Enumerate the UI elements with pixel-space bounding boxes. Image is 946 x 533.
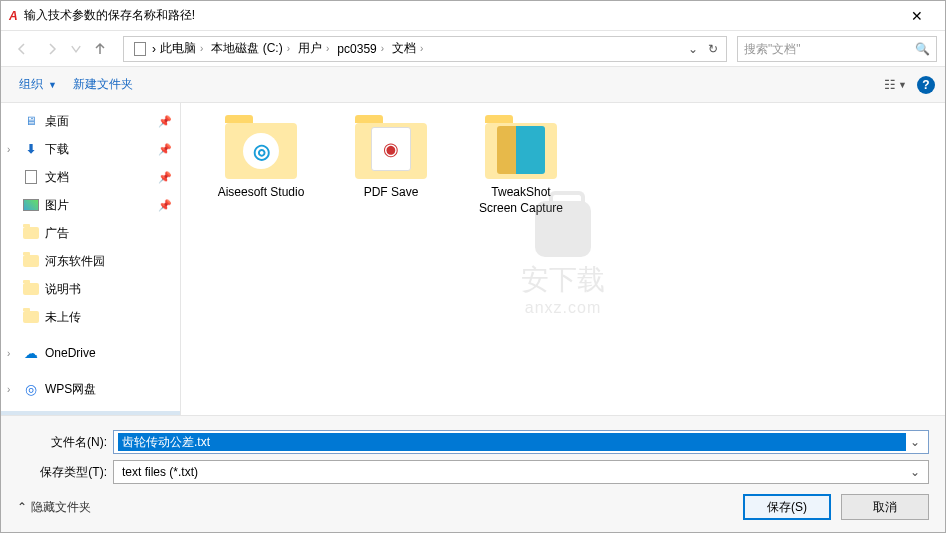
sidebar-item-9[interactable]: ›◎WPS网盘 [1, 375, 180, 403]
refresh-button[interactable]: ↻ [704, 42, 722, 56]
sidebar-item-10[interactable]: ›此电脑 [1, 411, 180, 415]
filetype-input[interactable] [118, 463, 906, 481]
sidebar-item-label: WPS网盘 [45, 381, 96, 398]
sidebar-item-6[interactable]: 说明书 [1, 275, 180, 303]
folder-label: PDF Save [341, 185, 441, 201]
titlebar: A 输入技术参数的保存名称和路径! ✕ [1, 1, 945, 31]
folder-icon: ◉ [355, 123, 427, 179]
address-bar[interactable]: › 此电脑› 本地磁盘 (C:)› 用户› pc0359› 文档› ⌄ ↻ [123, 36, 727, 62]
sidebar-item-0[interactable]: 🖥桌面📌 [1, 107, 180, 135]
sidebar-item-2[interactable]: 文档📌 [1, 163, 180, 191]
view-options[interactable]: ☷ ▼ [884, 77, 907, 92]
watermark: 安下载 anxz.com [521, 201, 605, 317]
toolbar: 组织▼ 新建文件夹 ☷ ▼ ? [1, 67, 945, 103]
hide-folders-toggle[interactable]: ⌃ 隐藏文件夹 [17, 499, 91, 516]
forward-button[interactable] [39, 36, 65, 62]
filename-input[interactable] [118, 433, 906, 451]
up-button[interactable] [87, 36, 113, 62]
folder-icon [485, 123, 557, 179]
caret-icon[interactable]: › [7, 348, 10, 359]
window-title: 输入技术参数的保存名称和路径! [24, 7, 897, 24]
crumb-0[interactable]: 此电脑› [156, 40, 207, 57]
sidebar-item-label: 说明书 [45, 281, 81, 298]
sidebar-item-3[interactable]: 图片📌 [1, 191, 180, 219]
chevron-up-icon: ⌃ [17, 500, 27, 514]
sidebar-item-label: 广告 [45, 225, 69, 242]
folder-item-2[interactable]: TweakShot Screen Capture [471, 123, 571, 216]
sidebar-item-label: 图片 [45, 197, 69, 214]
filename-label: 文件名(N): [17, 434, 107, 451]
main-area: 🖥桌面📌›⬇下载📌文档📌图片📌广告河东软件园说明书未上传›☁OneDrive›◎… [1, 103, 945, 415]
filename-dropdown[interactable]: ⌄ [906, 435, 924, 449]
sidebar-item-4[interactable]: 广告 [1, 219, 180, 247]
sidebar-item-label: 河东软件园 [45, 253, 105, 270]
folder-item-1[interactable]: ◉PDF Save [341, 123, 441, 201]
address-dropdown[interactable]: ⌄ [684, 42, 702, 56]
filename-combo[interactable]: ⌄ [113, 430, 929, 454]
crumb-1[interactable]: 本地磁盘 (C:)› [207, 40, 294, 57]
new-folder-button[interactable]: 新建文件夹 [65, 72, 141, 97]
location-icon [132, 41, 148, 57]
sidebar-item-label: OneDrive [45, 346, 96, 360]
recent-dropdown[interactable] [69, 36, 83, 62]
search-input[interactable] [744, 42, 911, 56]
content-pane[interactable]: 安下载 anxz.com ◎Aiseesoft Studio◉PDF SaveT… [181, 103, 945, 415]
back-button[interactable] [9, 36, 35, 62]
crumb-2[interactable]: 用户› [294, 40, 333, 57]
save-button[interactable]: 保存(S) [743, 494, 831, 520]
crumb-3[interactable]: pc0359› [333, 42, 388, 56]
pin-icon: 📌 [158, 115, 172, 128]
pin-icon: 📌 [158, 199, 172, 212]
filetype-combo[interactable]: ⌄ [113, 460, 929, 484]
search-box[interactable]: 🔍 [737, 36, 937, 62]
caret-icon[interactable]: › [7, 144, 10, 155]
sidebar-item-8[interactable]: ›☁OneDrive [1, 339, 180, 367]
sidebar-item-label: 文档 [45, 169, 69, 186]
sidebar-item-7[interactable]: 未上传 [1, 303, 180, 331]
help-button[interactable]: ? [917, 76, 935, 94]
bottom-panel: 文件名(N): ⌄ 保存类型(T): ⌄ ⌃ 隐藏文件夹 保存(S) 取消 [1, 415, 945, 532]
search-icon[interactable]: 🔍 [915, 42, 930, 56]
sidebar-item-label: 未上传 [45, 309, 81, 326]
folder-label: TweakShot Screen Capture [471, 185, 571, 216]
organize-menu[interactable]: 组织▼ [11, 72, 65, 97]
cancel-button[interactable]: 取消 [841, 494, 929, 520]
sidebar-item-label: 桌面 [45, 113, 69, 130]
folder-label: Aiseesoft Studio [211, 185, 311, 201]
sidebar-item-label: 下载 [45, 141, 69, 158]
sidebar: 🖥桌面📌›⬇下载📌文档📌图片📌广告河东软件园说明书未上传›☁OneDrive›◎… [1, 103, 181, 415]
navbar: › 此电脑› 本地磁盘 (C:)› 用户› pc0359› 文档› ⌄ ↻ 🔍 [1, 31, 945, 67]
pin-icon: 📌 [158, 171, 172, 184]
folder-icon: ◎ [225, 123, 297, 179]
folder-item-0[interactable]: ◎Aiseesoft Studio [211, 123, 311, 201]
pin-icon: 📌 [158, 143, 172, 156]
app-icon: A [9, 9, 18, 23]
close-button[interactable]: ✕ [897, 8, 937, 24]
crumb-4[interactable]: 文档› [388, 40, 427, 57]
caret-icon[interactable]: › [7, 384, 10, 395]
sidebar-item-1[interactable]: ›⬇下载📌 [1, 135, 180, 163]
filetype-label: 保存类型(T): [17, 464, 107, 481]
filetype-dropdown[interactable]: ⌄ [906, 465, 924, 479]
sidebar-item-5[interactable]: 河东软件园 [1, 247, 180, 275]
